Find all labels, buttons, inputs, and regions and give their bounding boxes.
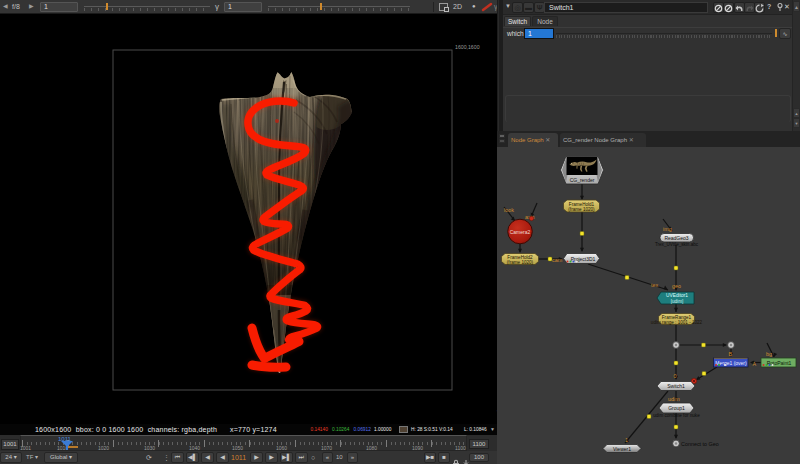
svg-text:0: 0 xyxy=(674,373,677,379)
svg-text:Connect to Geo: Connect to Geo xyxy=(681,441,719,447)
svg-text:1: 1 xyxy=(625,437,628,443)
svg-text:tex: tex xyxy=(651,282,658,288)
svg-text:Merge1 (over): Merge1 (over) xyxy=(715,360,747,366)
svg-text:udim combine for nuke: udim combine for nuke xyxy=(653,413,700,418)
svg-text:look: look xyxy=(504,207,514,213)
svg-text:[udim]: [udim] xyxy=(671,299,684,304)
svg-text:A: A xyxy=(753,361,757,367)
svg-text:Camera2: Camera2 xyxy=(510,229,531,235)
svg-text:(frame 1020): (frame 1020) xyxy=(507,260,534,265)
svg-text:img: img xyxy=(663,226,672,232)
svg-text:Viewer1: Viewer1 xyxy=(613,446,631,452)
svg-text:Group1: Group1 xyxy=(668,405,685,411)
svg-text:B: B xyxy=(729,351,733,357)
svg-text:bg: bg xyxy=(766,351,772,357)
svg-text:Project3D1: Project3D1 xyxy=(571,256,596,262)
svg-text:ReadGeo3: ReadGeo3 xyxy=(664,235,688,241)
svg-text:CG_render: CG_render xyxy=(570,177,595,183)
svg-text:FrameRange1: FrameRange1 xyxy=(662,315,692,320)
svg-text:udim range : 1001 - 1022: udim range : 1001 - 1022 xyxy=(651,320,703,325)
svg-text:udim: udim xyxy=(668,396,680,402)
svg-text:Switch1: Switch1 xyxy=(667,383,685,389)
svg-text:(frame 1020): (frame 1020) xyxy=(568,207,595,212)
svg-text:cam: cam xyxy=(552,257,563,263)
svg-text:1600,1600: 1600,1600 xyxy=(455,44,480,50)
svg-text:geo: geo xyxy=(672,283,681,289)
svg-text:Trex_UVtile_skin.abc: Trex_UVtile_skin.abc xyxy=(655,242,699,247)
